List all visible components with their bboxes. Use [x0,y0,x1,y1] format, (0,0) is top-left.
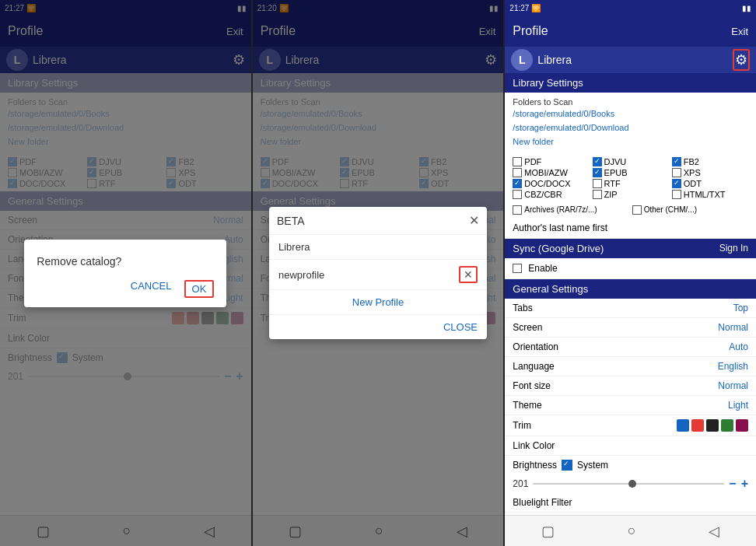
tabs-row-3: Tabs Top [505,299,756,318]
color-blue-3[interactable] [677,419,689,432]
cancel-button[interactable]: CANCEL [131,280,172,298]
cb-xps-3[interactable] [672,168,681,177]
phone-panel-1: 21:27 🛜 ▮▮ Profile Exit L Librera ⚙ Libr… [0,0,251,546]
nav-bar-3: L Librera ⚙ [505,47,756,73]
profile-item-librera[interactable]: Librera [269,235,487,260]
brightness-row-3: Brightness System [505,456,756,474]
profile-item-newprofile[interactable]: newprofile ✕ [269,260,487,290]
home-icon-3[interactable]: ▢ [541,523,555,540]
avatar-3[interactable]: L [511,49,533,71]
remove-catalog-overlay: Remove catalog? CANCEL OK [0,0,251,546]
sync-title: Sync (Google Drive) [513,243,604,254]
gear-icon-3-outlined[interactable]: ⚙ [733,49,750,71]
app-bar-3: Profile Exit [505,16,756,47]
color-red-3[interactable] [691,419,704,432]
fontsize-row-3[interactable]: Font size Normal [505,376,756,396]
tabs-value[interactable]: Top [733,303,748,313]
dialog-text-1: Remove catalog? [37,255,214,268]
profile-delete-btn[interactable]: ✕ [459,266,478,283]
cb-zip-3[interactable] [593,190,602,199]
lang-row-3[interactable]: Language English [505,357,756,376]
ok-button[interactable]: OK [184,280,215,298]
enable-label: Enable [528,263,557,274]
minus-btn-3[interactable]: − [729,477,736,491]
wifi-icon-3: 🛜 [531,4,541,12]
profile-dialog-title: BETA [277,215,305,227]
cb-odt-3[interactable] [672,179,681,188]
author-row-3: Author's last name first ⚙ [505,218,756,239]
recent-icon-3[interactable]: ◁ [709,523,719,540]
status-bar-3: 21:27 🛜 ▮▮ [505,0,756,16]
cb-mobi-3[interactable] [513,168,522,177]
author-gear-icon[interactable]: ⚙ [738,222,748,234]
cb-html-3[interactable] [672,190,681,199]
cb-epub-3[interactable] [593,168,602,177]
close-dialog-button[interactable]: CLOSE [443,321,478,333]
gen-settings-header-3: General Settings [505,279,756,299]
color-purple-3[interactable] [736,419,748,432]
link-color-row-3[interactable]: Link Color [505,436,756,456]
profile-dialog-footer: CLOSE [269,314,487,339]
phone-panel-2: 21:20 🛜 ▮▮ Profile Exit L Librera ⚙ Libr… [253,0,504,546]
phone-panel-3: 21:27 🛜 ▮▮ Profile Exit L Librera ⚙ Libr… [505,0,756,546]
color-black-3[interactable] [706,419,719,432]
sync-header-3: Sync (Google Drive) Sign In [505,239,756,258]
cb-brightness-3[interactable] [562,460,572,471]
folder2-3: /storage/emulated/0/Download [513,122,748,134]
battery-icon-3: ▮▮ [742,4,751,12]
content-area-3: Library Settings Folders to Scan /storag… [505,73,756,515]
screen-row-3[interactable]: Screen Normal [505,318,756,338]
slider-3[interactable] [533,483,724,485]
sign-in-button[interactable]: Sign In [719,243,748,254]
theme-row-3[interactable]: Theme Light [505,396,756,415]
profile-dialog-header: BETA ✕ [269,207,487,235]
bluelight-row-3[interactable]: Bluelight Filter [505,493,756,513]
exit-button-3[interactable]: Exit [731,26,748,37]
cb-fb2-3[interactable] [672,157,681,166]
profile-dialog-overlay: BETA ✕ Librera newprofile ✕ New Profile … [253,0,504,546]
plus-btn-3[interactable]: + [741,477,748,491]
trim-row-3: Trim [505,415,756,436]
folder1-3: /storage/emulated/0/Books [513,108,748,120]
new-folder-3[interactable]: New folder [513,137,748,146]
app-title-3: Profile [513,24,548,38]
format-grid-3: PDF DJVU FB2 MOBI/AZW EPUB XPS DOC/DOCX … [505,154,756,202]
cb-doc-3[interactable] [513,179,522,188]
color-green-3[interactable] [721,419,733,432]
remove-catalog-dialog: Remove catalog? CANCEL OK [24,240,226,307]
profile-dialog: BETA ✕ Librera newprofile ✕ New Profile … [269,207,487,339]
cb-cbz-3[interactable] [513,190,522,199]
cb-djvu-3[interactable] [593,157,602,166]
sync-gear-icon[interactable]: ⚙ [738,262,748,275]
profile-name-3[interactable]: Librera [537,54,572,66]
author-label: Author's last name first [513,222,607,233]
cb-enable[interactable] [513,264,522,273]
profile-close-x[interactable]: ✕ [469,213,479,228]
cb-rtf-3[interactable] [593,179,602,188]
lib-settings-header-3: Library Settings [505,73,756,93]
enable-row-3: Enable ⚙ [505,258,756,279]
bottom-nav-3: ▢ ○ ◁ [505,515,756,546]
cb-pdf-3[interactable] [513,157,522,166]
dialog-buttons-1: CANCEL OK [37,280,214,298]
trim-colors-3 [677,419,748,432]
slider-row-3: 201 − + [505,474,756,493]
new-profile-link[interactable]: New Profile [269,290,487,314]
back-icon-3[interactable]: ○ [628,523,636,539]
orient-row-3[interactable]: Orientation Auto [505,338,756,357]
